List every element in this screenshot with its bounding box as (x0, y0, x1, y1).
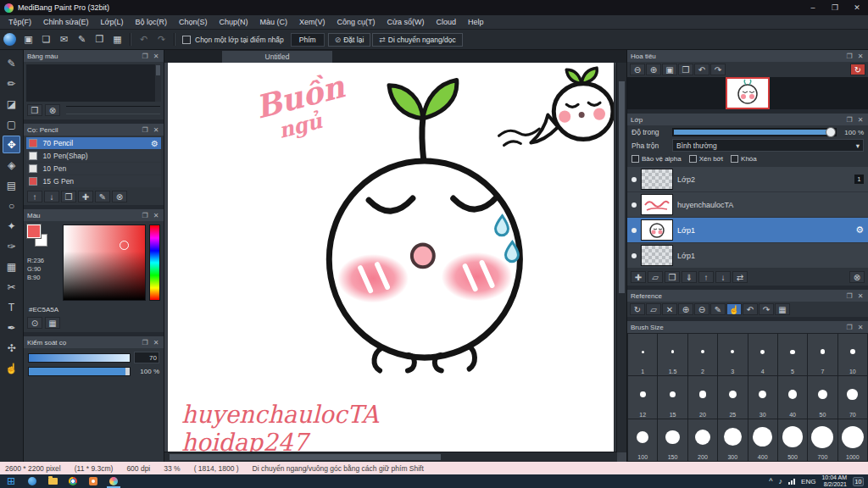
popout-icon[interactable]: ❐ (845, 292, 854, 300)
brush-item-g-pen[interactable]: 15 G Pen (26, 175, 161, 187)
eyedropper-tool[interactable]: ✒ (3, 319, 20, 336)
move-tool[interactable]: ✥ (3, 136, 20, 153)
brush-size-option[interactable]: 30 (748, 376, 777, 418)
redo-icon[interactable]: ↷ (153, 31, 170, 47)
ref-folder-icon[interactable]: ▱ (646, 303, 661, 315)
menu-mau[interactable]: Màu (C) (254, 17, 294, 27)
brush-size-option[interactable]: 2 (688, 334, 717, 375)
brush-size-option[interactable]: 1.5 (658, 334, 687, 375)
duplicate-layer-icon[interactable]: ❐ (665, 271, 680, 283)
popout-icon[interactable]: ❐ (845, 53, 854, 60)
brush-size-option[interactable]: 70 (838, 376, 867, 418)
layer-visibility-icon[interactable] (632, 202, 637, 208)
layer-visibility-icon[interactable] (632, 228, 637, 233)
drawing-canvas[interactable]: Buồn ngủ (168, 63, 614, 452)
delete-swatch-icon[interactable]: ⊗ (45, 104, 60, 116)
pen-tool[interactable]: ✎ (3, 54, 20, 72)
layer-down-icon[interactable]: ↓ (715, 271, 731, 283)
layer-row-lop1[interactable]: Lớp1 (627, 243, 868, 268)
brush-size-option[interactable]: 1 (628, 334, 657, 375)
lock-checkbox[interactable]: Khóa (731, 155, 757, 163)
navigator-preview-area[interactable] (627, 77, 868, 109)
medibang-cloud-icon[interactable] (3, 33, 16, 46)
brush-size-option[interactable]: 150 (658, 419, 687, 461)
shape-tool[interactable]: ▦ (3, 258, 20, 275)
file-explorer-icon[interactable] (42, 474, 63, 488)
close-icon[interactable]: ✕ (152, 126, 160, 134)
menu-cloud[interactable]: Cloud (431, 17, 463, 27)
new-canvas-icon[interactable]: ❒ (92, 31, 108, 47)
divide-tool[interactable]: ✣ (3, 339, 20, 357)
protect-alpha-checkbox[interactable]: Bảo vệ alpha (632, 155, 682, 163)
layer-opacity-slider[interactable] (672, 128, 837, 136)
blend-mode-dropdown[interactable]: Bình thường ▾ (672, 139, 864, 152)
menu-chinh-sua[interactable]: Chỉnh sửa(E) (37, 17, 95, 27)
di-chuyen-button[interactable]: ⇄ Di chuyển ngang/dọc (372, 33, 462, 47)
canvas-viewport[interactable]: Buồn ngủ (164, 63, 626, 462)
close-icon[interactable]: ✕ (856, 53, 865, 60)
ref-close-icon[interactable]: ✕ (662, 303, 677, 315)
hand-tool[interactable]: ☝ (3, 359, 20, 377)
popout-icon[interactable]: ❐ (845, 324, 854, 331)
brush-size-option[interactable]: 200 (688, 419, 717, 461)
brush-size-option[interactable]: 7 (808, 334, 837, 375)
save-icon[interactable]: ▣ (20, 31, 36, 47)
nav-zoom-in-icon[interactable]: ⊕ (646, 64, 661, 75)
screen-picker-icon[interactable]: ⊙ (27, 317, 42, 329)
layer-row-lop2[interactable]: Lớp2 1 (627, 167, 868, 191)
tray-chevron-icon[interactable]: ^ (769, 477, 772, 485)
brush-size-option[interactable]: 15 (658, 376, 687, 418)
ref-hand-icon[interactable]: ☝ (726, 303, 742, 315)
layer-folder-icon[interactable]: ▱ (648, 271, 663, 283)
close-icon[interactable]: ✕ (856, 116, 865, 124)
merge-down-icon[interactable]: ⇓ (682, 271, 697, 283)
nav-reset-icon[interactable]: ↻ (850, 64, 865, 75)
ref-eyedropper-icon[interactable]: ✎ (710, 303, 726, 315)
message-icon[interactable]: ✉ (56, 31, 72, 47)
layer-settings-gear-icon[interactable]: ⚙ (855, 225, 864, 236)
brush-size-option[interactable]: 100 (628, 419, 657, 461)
scissors-tool[interactable]: ✂ (3, 278, 20, 296)
maximize-button[interactable]: ❐ (824, 0, 846, 15)
palette-grid-icon[interactable]: ▦ (45, 317, 60, 329)
minimize-button[interactable]: – (802, 0, 824, 15)
eraser-tool[interactable]: ◪ (3, 95, 20, 113)
popout-icon[interactable]: ❐ (845, 116, 854, 124)
snip-tool-icon[interactable] (83, 474, 103, 488)
ref-rotate-right-icon[interactable]: ↷ (759, 303, 774, 315)
layer-row-signature[interactable]: huyenchaulocTA (627, 192, 868, 217)
brush-size-value[interactable]: 70 (134, 352, 159, 363)
brush-size-option[interactable]: 40 (778, 376, 807, 418)
ref-zoom-out-icon[interactable]: ⊖ (694, 303, 709, 315)
brush-up-icon[interactable]: ↑ (27, 191, 42, 202)
gradient-tool[interactable]: ▤ (3, 176, 20, 194)
popout-icon[interactable]: ❐ (141, 212, 149, 219)
select-tool[interactable]: ▢ (3, 115, 20, 133)
close-button[interactable]: ✕ (846, 0, 868, 15)
brush-edit-icon[interactable]: ✎ (95, 191, 110, 202)
foreground-color-swatch[interactable] (27, 225, 41, 238)
dat-lai-button[interactable]: ⊘ Đặt lại (328, 33, 371, 47)
close-icon[interactable]: ✕ (152, 53, 160, 60)
fill-tool[interactable]: ◈ (3, 156, 20, 174)
brush-opacity-slider[interactable] (28, 367, 131, 376)
document-tab[interactable]: Untitled (222, 51, 332, 63)
select-layer-checkbox[interactable] (182, 36, 191, 44)
brush-delete-icon[interactable]: ⊗ (112, 191, 127, 202)
brush-size-slider[interactable] (28, 353, 131, 363)
chrome-icon[interactable] (63, 474, 83, 488)
menu-chon[interactable]: Chọn(S) (173, 17, 214, 27)
language-indicator[interactable]: ENG (801, 478, 815, 485)
network-icon[interactable] (788, 479, 795, 485)
medibang-taskbar-icon[interactable] (103, 474, 124, 488)
layer-row-lop1-selected[interactable]: Lớp1 ⚙ (627, 218, 868, 242)
brush-settings-icon[interactable]: ✎ (74, 31, 90, 47)
close-icon[interactable]: ✕ (152, 339, 160, 347)
layer-transfer-icon[interactable]: ⇄ (732, 271, 748, 283)
brush-size-option[interactable]: 4 (748, 334, 777, 375)
palette-swatch-area[interactable] (26, 64, 161, 102)
brush-size-option[interactable]: 500 (778, 419, 807, 461)
text-tool[interactable]: T (3, 298, 20, 316)
brush-size-option[interactable]: 5 (778, 334, 807, 375)
share-icon[interactable]: ❏ (38, 31, 54, 47)
